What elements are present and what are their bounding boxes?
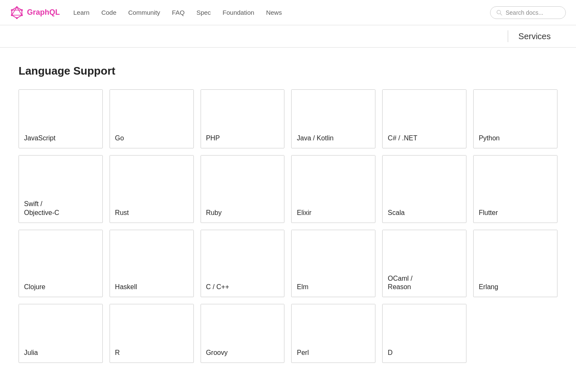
card-label-d: D (383, 344, 466, 362)
language-card-python[interactable]: Python (473, 89, 557, 148)
logo-text: GraphQL (27, 8, 60, 17)
language-card-ruby[interactable]: Ruby (201, 155, 285, 223)
svg-line-12 (500, 13, 502, 15)
card-image-go (110, 90, 193, 130)
card-label-elm: Elm (292, 279, 375, 297)
card-label-r: R (110, 344, 193, 362)
card-label-python: Python (474, 130, 557, 148)
card-label-swift-objc: Swift /Objective-C (19, 196, 102, 223)
card-label-elixir: Elixir (292, 204, 375, 223)
search-box[interactable]: Search docs... (490, 6, 566, 19)
card-image-php (201, 90, 284, 130)
language-card-perl[interactable]: Perl (291, 304, 375, 363)
footer-note: CSDN @Mr.Lee jack (0, 388, 576, 392)
search-placeholder: Search docs... (506, 9, 544, 16)
card-label-java-kotlin: Java / Kotlin (292, 130, 375, 148)
card-image-ocaml-reason (383, 230, 466, 270)
section-title: Language Support (19, 64, 557, 78)
card-label-flutter: Flutter (474, 204, 557, 223)
card-image-javascript (19, 90, 102, 130)
card-image-elixir (292, 156, 375, 204)
card-image-scala (383, 156, 466, 204)
language-card-swift-objc[interactable]: Swift /Objective-C (19, 155, 103, 223)
card-image-haskell (110, 230, 193, 279)
card-image-java-kotlin (292, 90, 375, 130)
card-image-groovy (201, 304, 284, 344)
card-label-clojure: Clojure (19, 279, 102, 297)
card-label-go: Go (110, 130, 193, 148)
card-image-d (383, 304, 466, 344)
card-image-swift-objc (19, 156, 102, 196)
nav-faq[interactable]: FAQ (172, 9, 185, 16)
language-card-ocaml-reason[interactable]: OCaml /Reason (382, 230, 466, 298)
card-label-php: PHP (201, 130, 284, 148)
main-nav: Learn Code Community FAQ Spec Foundation… (73, 9, 490, 16)
nav-learn[interactable]: Learn (73, 9, 89, 16)
language-card-elixir[interactable]: Elixir (291, 155, 375, 223)
language-card-php[interactable]: PHP (201, 89, 285, 148)
card-label-perl: Perl (292, 344, 375, 362)
card-label-erlang: Erlang (474, 279, 557, 297)
logo-link[interactable]: GraphQL (10, 6, 60, 19)
card-image-elm (292, 230, 375, 279)
language-card-r[interactable]: R (110, 304, 194, 363)
nav-code[interactable]: Code (101, 9, 116, 16)
language-card-erlang[interactable]: Erlang (473, 230, 557, 298)
card-label-javascript: JavaScript (19, 130, 102, 148)
services-bar: Services (0, 25, 576, 48)
language-card-d[interactable]: D (382, 304, 466, 363)
card-image-julia (19, 304, 102, 344)
svg-point-4 (16, 17, 18, 19)
language-card-rust[interactable]: Rust (110, 155, 194, 223)
search-icon (496, 10, 502, 16)
nav-spec[interactable]: Spec (196, 9, 211, 16)
card-label-groovy: Groovy (201, 344, 284, 362)
card-image-r (110, 304, 193, 344)
card-label-ocaml-reason: OCaml /Reason (383, 270, 466, 297)
card-label-c-cpp: C / C++ (201, 279, 284, 297)
card-image-erlang (474, 230, 557, 279)
card-image-ruby (201, 156, 284, 204)
card-image-csharp-dotnet (383, 90, 466, 130)
graphql-logo-icon (10, 6, 24, 19)
main-content: Language Support JavaScriptGoPHPJava / K… (0, 48, 576, 380)
card-image-c-cpp (201, 230, 284, 279)
language-card-scala[interactable]: Scala (382, 155, 466, 223)
card-label-rust: Rust (110, 204, 193, 223)
services-divider (508, 30, 508, 42)
card-image-perl (292, 304, 375, 344)
language-card-haskell[interactable]: Haskell (110, 230, 194, 298)
language-card-csharp-dotnet[interactable]: C# / .NET (382, 89, 466, 148)
language-card-javascript[interactable]: JavaScript (19, 89, 103, 148)
card-label-scala: Scala (383, 204, 466, 223)
language-card-elm[interactable]: Elm (291, 230, 375, 298)
language-card-clojure[interactable]: Clojure (19, 230, 103, 298)
language-card-java-kotlin[interactable]: Java / Kotlin (291, 89, 375, 148)
nav-foundation[interactable]: Foundation (222, 9, 254, 16)
card-image-rust (110, 156, 193, 204)
language-card-flutter[interactable]: Flutter (473, 155, 557, 223)
nav-news[interactable]: News (266, 9, 282, 16)
card-image-flutter (474, 156, 557, 204)
language-grid: JavaScriptGoPHPJava / KotlinC# / .NETPyt… (19, 89, 557, 363)
language-card-go[interactable]: Go (110, 89, 194, 148)
nav-community[interactable]: Community (128, 9, 160, 16)
card-label-haskell: Haskell (110, 279, 193, 297)
language-card-groovy[interactable]: Groovy (201, 304, 285, 363)
language-card-c-cpp[interactable]: C / C++ (201, 230, 285, 298)
card-label-ruby: Ruby (201, 204, 284, 223)
language-card-julia[interactable]: Julia (19, 304, 103, 363)
card-label-csharp-dotnet: C# / .NET (383, 130, 466, 148)
services-label: Services (518, 32, 551, 41)
site-header: GraphQL Learn Code Community FAQ Spec Fo… (0, 0, 576, 25)
card-image-python (474, 90, 557, 130)
card-image-clojure (19, 230, 102, 279)
card-label-julia: Julia (19, 344, 102, 362)
